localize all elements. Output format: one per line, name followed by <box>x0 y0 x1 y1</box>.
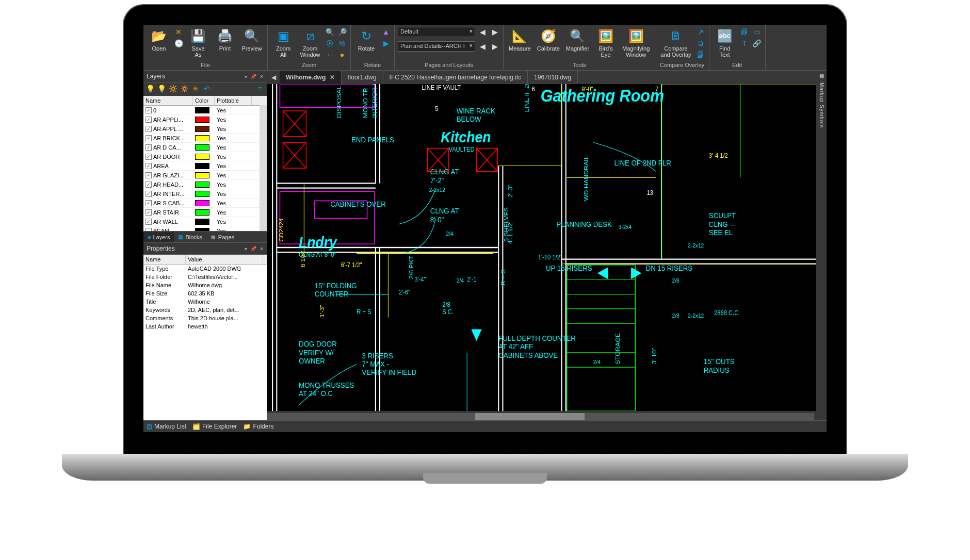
tab-layers[interactable]: ≡Layers <box>143 232 174 242</box>
layer-checkbox[interactable]: ✓ <box>146 191 152 197</box>
layer-color-swatch[interactable] <box>195 182 209 188</box>
col-property-value[interactable]: Value <box>186 255 263 264</box>
layer-row[interactable]: ✓AR HEAD...Yes <box>143 180 267 189</box>
tab-scroll-left[interactable]: ◀ <box>267 71 280 84</box>
recent-files-icon[interactable]: 🕓 <box>173 38 184 48</box>
layer-color-swatch[interactable] <box>195 200 209 206</box>
panel-close-icon[interactable]: ✕ <box>260 246 264 252</box>
layer-row[interactable]: ✓AR WALLYes <box>143 217 267 226</box>
zoom-1to1-icon[interactable]: ⦿ <box>325 38 335 48</box>
layer-row[interactable]: ✓AR S CAB...Yes <box>143 199 267 208</box>
layer-checkbox[interactable]: ✓ <box>146 117 152 123</box>
panel-pin-icon[interactable]: 📌 <box>250 246 256 252</box>
layout-prev-icon[interactable]: ◀ <box>477 27 488 37</box>
property-row[interactable]: CommentsThis 2D house pla... <box>143 314 267 322</box>
preview-button[interactable]: 🔍 Preview <box>239 27 264 53</box>
layer-row[interactable]: ✓AR APPL ...Yes <box>143 124 267 134</box>
layer-color-swatch[interactable] <box>195 126 209 132</box>
layer-color-swatch[interactable] <box>195 107 209 113</box>
edit-text-icon[interactable]: T <box>739 38 750 48</box>
zoom-in-icon[interactable]: 🔍 <box>325 27 335 37</box>
layer-row[interactable]: ✓AREAYes <box>143 161 267 171</box>
property-row[interactable]: Last Authorhewetth <box>143 322 267 331</box>
col-color[interactable]: Color <box>193 96 215 105</box>
overlay-arrow-icon[interactable]: ↗ <box>696 27 706 37</box>
layer-color-swatch[interactable] <box>195 228 209 232</box>
view-next-icon[interactable]: ▶ <box>490 41 500 52</box>
layer-row[interactable]: ✓AR STAIRYes <box>143 208 267 217</box>
layer-color-icon[interactable]: ✳ <box>191 85 200 94</box>
layer-row[interactable]: ✓AR APPLI...Yes <box>143 115 267 124</box>
flip-h-icon[interactable]: ▲ <box>381 27 391 37</box>
layer-row[interactable]: ✓AR DOORYes <box>143 152 267 161</box>
layer-row[interactable]: ✓0Yes <box>143 106 267 115</box>
zoom-flame-icon[interactable]: ● <box>337 50 347 60</box>
tab-blocks[interactable]: ▦Blocks <box>174 232 206 242</box>
layer-checkbox[interactable]: ✓ <box>146 144 152 151</box>
calibrate-button[interactable]: 🧭Calibrate <box>535 27 562 53</box>
col-name[interactable]: Name <box>143 96 193 105</box>
zoom-percent-icon[interactable]: % <box>337 38 347 48</box>
layer-color-swatch[interactable] <box>195 219 209 225</box>
edit-select-icon[interactable]: ▭ <box>752 27 762 37</box>
layer-checkbox[interactable]: ✓ <box>146 135 152 141</box>
col-plottable[interactable]: Plottable <box>215 96 252 105</box>
folders-button[interactable]: 📁Folders <box>243 423 273 430</box>
document-tab[interactable]: IFC 2520 Hasselhaugen barnehage foreløpi… <box>383 71 528 84</box>
bulb-off-icon[interactable]: 💡 <box>157 85 166 94</box>
zoom-width-icon[interactable]: ↔ <box>325 50 335 60</box>
horizontal-scrollbar[interactable] <box>267 413 814 420</box>
flip-v-icon[interactable]: ▶ <box>381 38 391 48</box>
drawing-canvas[interactable]: Gathering Room Kitchen VAULTED Lndry CLN… <box>267 84 824 411</box>
overlay-doc-icon[interactable]: 🗎 <box>696 38 706 48</box>
layout-combo[interactable]: Default <box>398 27 475 37</box>
panel-pin-icon[interactable]: 📌 <box>250 74 256 79</box>
layer-color-swatch[interactable] <box>195 144 209 151</box>
property-row[interactable]: File Size602.35 KB <box>143 289 267 298</box>
find-text-button[interactable]: 🔤Find Text <box>713 27 737 59</box>
layout-next-icon[interactable]: ▶ <box>490 27 500 37</box>
layer-color-swatch[interactable] <box>195 117 209 123</box>
rotate-button[interactable]: ↻ Rotate <box>354 27 379 53</box>
property-row[interactable]: TitleWilhome <box>143 298 267 306</box>
rail-grid-icon[interactable]: ▦ <box>819 73 824 78</box>
measure-button[interactable]: 📐Measure <box>507 27 533 53</box>
tab-pages[interactable]: 🗎Pages <box>206 232 238 242</box>
property-row[interactable]: File TypeAutoCAD 2000 DWG <box>143 265 267 273</box>
tab-close-icon[interactable]: ✕ <box>330 74 335 81</box>
layer-color-swatch[interactable] <box>195 172 209 178</box>
property-row[interactable]: File FolderC:\Testfiles\Vector... <box>143 273 267 281</box>
col-property-name[interactable]: Name <box>143 255 186 264</box>
document-tab[interactable]: floor1.dwg <box>342 71 383 84</box>
layer-checkbox[interactable]: ✓ <box>146 172 152 178</box>
layer-checkbox[interactable]: ✓ <box>146 126 152 132</box>
layer-row[interactable]: ✓AR BRICK...Yes <box>143 134 267 143</box>
file-explorer-button[interactable]: 🗂️File Explorer <box>192 423 237 430</box>
open-button[interactable]: 📂 Open <box>147 27 171 53</box>
bulb-on-icon[interactable]: 💡 <box>146 85 155 94</box>
markup-list-button[interactable]: ▤Markup List <box>147 423 186 430</box>
save-as-button[interactable]: 💾 Save As <box>186 27 211 59</box>
layer-color-swatch[interactable] <box>195 191 209 197</box>
layers-scrollbar[interactable] <box>260 105 267 231</box>
layer-color-swatch[interactable] <box>195 163 209 169</box>
layer-checkbox[interactable]: ✓ <box>146 107 152 113</box>
panel-close-icon[interactable]: ✕ <box>260 74 264 79</box>
edit-link-icon[interactable]: 🔗 <box>752 38 762 48</box>
layer-checkbox[interactable]: ✓ <box>146 209 152 216</box>
layer-checkbox[interactable]: ✓ <box>146 182 152 188</box>
layer-checkbox[interactable]: ✓ <box>146 200 152 206</box>
edit-copy-icon[interactable]: 🗐 <box>739 27 750 37</box>
layer-checkbox[interactable]: ✓ <box>146 219 152 225</box>
layer-row[interactable]: ✓AR GLAZI...Yes <box>143 171 267 180</box>
magnifier-button[interactable]: 🔍Magnifier <box>564 27 591 53</box>
zoom-all-button[interactable]: ▣ Zoom All <box>271 27 296 59</box>
print-button[interactable]: 🖨️ Print <box>213 27 237 53</box>
undo-layers-icon[interactable]: ↶ <box>202 85 212 94</box>
layer-checkbox[interactable]: ✓ <box>146 154 152 160</box>
layer-color-swatch[interactable] <box>195 154 209 160</box>
view-combo[interactable]: Plan and Details--ARCH I <box>398 41 475 52</box>
birds-eye-button[interactable]: 🖼️Bird's Eye <box>593 27 618 59</box>
document-tab[interactable]: Wilhome.dwg✕ <box>280 71 342 84</box>
view-prev-icon[interactable]: ◀ <box>477 41 488 52</box>
